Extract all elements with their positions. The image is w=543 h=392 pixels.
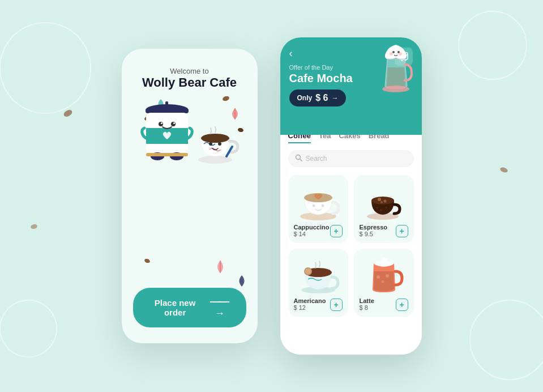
back-button[interactable]: ‹ (289, 48, 293, 59)
svg-point-48 (380, 201, 383, 203)
svg-rect-22 (146, 153, 188, 156)
svg-point-6 (30, 224, 38, 230)
menu-card-espresso: Espresso $ 9.5 + (354, 175, 414, 243)
bean-decoration (223, 96, 229, 102)
svg-point-46 (378, 198, 381, 201)
svg-point-1 (459, 11, 527, 79)
svg-point-7 (223, 96, 229, 101)
latte-name: Latte (360, 297, 374, 304)
svg-point-47 (383, 200, 386, 203)
add-americano-button[interactable]: + (330, 299, 343, 311)
svg-point-50 (380, 209, 382, 211)
add-cappuccino-button[interactable]: + (330, 225, 343, 237)
svg-point-42 (312, 204, 315, 207)
arrow-right-icon: ——→ (208, 296, 230, 319)
phone1-header: Welcome to Wolly Bear Cafe (133, 67, 246, 90)
offer-price: $ 6 (315, 93, 328, 103)
menu-card-latte: Latte $ 8 + (354, 249, 414, 317)
welcome-text: Welcome to (133, 67, 246, 75)
svg-point-26 (218, 142, 221, 146)
espresso-name: Espresso (360, 224, 388, 231)
bottom-bean (144, 255, 150, 265)
offer-arrow-icon: → (331, 94, 338, 102)
place-order-label: Place new order (149, 298, 202, 317)
place-order-button[interactable]: Place new order ——→ (133, 288, 246, 327)
americano-price: $ 12 (294, 304, 306, 311)
svg-point-28 (144, 259, 150, 263)
espresso-image (361, 181, 407, 220)
svg-point-4 (63, 109, 74, 118)
svg-point-37 (382, 86, 409, 92)
cappuccino-name: Cappuccino (294, 224, 330, 231)
svg-point-56 (377, 275, 380, 279)
americano-name: Americano (294, 297, 326, 304)
svg-point-24 (201, 134, 229, 143)
svg-point-19 (173, 122, 175, 124)
big-cup-character (136, 99, 198, 172)
add-espresso-button[interactable]: + (396, 225, 408, 237)
search-placeholder: Search (306, 155, 327, 163)
latte-image (361, 254, 407, 294)
illustration-area (133, 96, 246, 282)
offer-drink-image (375, 42, 417, 96)
phones-container: Welcome to Wolly Bear Cafe (122, 37, 422, 355)
phone2-menu: ‹ Offer of the Day Cafe Mocha Only $ 6 → (280, 37, 422, 355)
phone2-header: ‹ Offer of the Day Cafe Mocha Only $ 6 → (280, 37, 422, 135)
svg-point-18 (161, 122, 163, 124)
svg-line-39 (300, 159, 302, 161)
menu-card-cappuccino: Cappuccino $ 14 + (288, 175, 348, 243)
cappuccino-price: $ 14 (294, 231, 306, 237)
offer-prefix: Only (297, 94, 313, 102)
offer-price-button[interactable]: Only $ 6 → (289, 90, 347, 106)
svg-point-43 (321, 204, 324, 207)
svg-point-5 (499, 167, 508, 173)
add-latte-button[interactable]: + (396, 299, 408, 311)
svg-rect-13 (165, 101, 168, 112)
navy-leaf (236, 275, 247, 289)
svg-point-3 (470, 300, 543, 380)
phone1-welcome: Welcome to Wolly Bear Cafe (122, 49, 258, 343)
cappuccino-image (296, 181, 341, 220)
menu-grid: Cappuccino $ 14 + (288, 175, 414, 317)
phone2-body: Coffee Tea Cakes Bread Search (280, 122, 422, 355)
svg-point-57 (381, 280, 384, 283)
latte-price: $ 8 (360, 304, 368, 311)
svg-point-58 (386, 274, 389, 278)
svg-point-51 (385, 207, 387, 209)
menu-card-americano: Americano $ 12 + (288, 249, 348, 317)
svg-point-0 (0, 23, 91, 113)
svg-point-36 (399, 52, 402, 56)
search-bar[interactable]: Search (288, 150, 414, 167)
svg-point-25 (209, 142, 212, 146)
svg-point-16 (159, 122, 163, 126)
svg-point-17 (171, 122, 176, 126)
cafe-title: Wolly Bear Cafe (133, 75, 246, 90)
svg-point-49 (376, 207, 378, 209)
svg-point-45 (371, 197, 394, 204)
svg-point-2 (0, 300, 57, 357)
americano-image (296, 254, 341, 294)
bottom-leaf-pink (214, 259, 226, 276)
espresso-price: $ 9.5 (360, 231, 373, 237)
search-icon (295, 154, 302, 163)
svg-point-33 (392, 51, 395, 53)
svg-point-35 (390, 52, 393, 56)
svg-point-55 (305, 269, 311, 274)
small-cup-character (193, 116, 243, 164)
